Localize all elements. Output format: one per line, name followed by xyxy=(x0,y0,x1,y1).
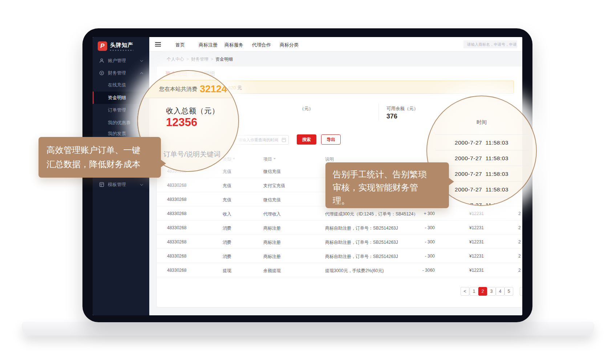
cell-type: 消费 xyxy=(223,254,231,260)
calendar-icon xyxy=(282,138,286,142)
nav-tab-category[interactable]: 商标分类 xyxy=(280,42,299,48)
cell-desc: 提现3000元，手续费2%(60元) xyxy=(325,268,384,274)
cell-type: 消费 xyxy=(223,239,231,246)
cell-time: 2 xyxy=(518,268,521,273)
tooltip-text: 理。 xyxy=(333,194,442,207)
tooltip-text: 高效管理账户订单、一键 xyxy=(46,143,153,157)
cell-amount: + 300 xyxy=(404,211,435,216)
column-header-desc: 说明 xyxy=(325,156,334,162)
column-header-type[interactable]: 类型 xyxy=(223,156,235,162)
hamburger-menu-icon[interactable] xyxy=(155,42,161,46)
cell-amount: - 300 xyxy=(404,254,435,259)
cell-balance: ¥12231 xyxy=(451,268,484,273)
cell-type: 充值 xyxy=(223,169,231,175)
logo-icon: P xyxy=(98,41,107,51)
cell-time: 2 xyxy=(518,225,521,230)
table-row[interactable]: 48330268 收入 代理收入 代理提成300元（ID:1245，订单号：SB… xyxy=(157,206,522,221)
pagination-page-button[interactable]: 1 xyxy=(470,287,478,296)
pagination-page-button-active[interactable]: 2 xyxy=(478,287,487,296)
sort-caret-icon xyxy=(233,158,235,161)
user-icon xyxy=(99,58,104,63)
breadcrumb-item[interactable]: 财务管理 xyxy=(191,57,208,62)
breadcrumb-item[interactable]: 个人中心 xyxy=(167,57,184,62)
cell-type: 充值 xyxy=(223,197,231,203)
cell-project: 商标注册 xyxy=(263,254,281,260)
nav-tab-service[interactable]: 商标服务 xyxy=(224,42,243,48)
stat-balance-label: 可用余额（元） xyxy=(386,106,418,112)
cell-project: 微信充值 xyxy=(263,169,281,175)
cell-project: 商标注册 xyxy=(263,239,281,246)
nav-tab-home[interactable]: 首页 xyxy=(175,42,185,48)
tooltip-text: 告别手工统计、告别繁琐 xyxy=(333,168,442,181)
pagination-page-button[interactable]: 3 xyxy=(487,287,496,296)
sidebar-item-templates[interactable]: 模板管理 xyxy=(93,179,149,190)
column-header-project[interactable]: 项目 xyxy=(263,156,276,162)
cell-type: 收入 xyxy=(223,211,231,217)
cell-time: 2 xyxy=(518,254,521,259)
sort-caret-icon xyxy=(273,158,276,161)
sidebar-item-account[interactable]: 账户管理 xyxy=(93,55,149,66)
search-button[interactable]: 搜索 xyxy=(297,134,316,145)
sidebar-item-label: 模板管理 xyxy=(108,182,126,188)
consumption-amount: 32124 xyxy=(200,84,227,95)
stat-income-value: 12356 xyxy=(166,116,197,129)
cell-amount: - 3060 xyxy=(404,268,435,273)
breadcrumb-separator: > xyxy=(186,57,189,62)
chevron-down-icon xyxy=(140,183,143,186)
cell-order-no: 48330268 xyxy=(167,197,186,202)
cell-project: 余额提现 xyxy=(263,268,281,274)
breadcrumb-separator: > xyxy=(211,57,213,62)
stat-balance-value: 376 xyxy=(386,113,397,120)
pagination-next-button[interactable] xyxy=(520,287,522,296)
cell-time: 2 xyxy=(518,211,521,216)
cell-project: 微信充值 xyxy=(263,197,281,203)
table-row[interactable]: 48330268 消费 商标注册 商标自助注册，订单号：SB2514263J -… xyxy=(157,249,522,263)
sidebar-item-label: 在线充值 xyxy=(108,82,126,88)
sidebar-item-recharge[interactable]: 在线充值 xyxy=(93,79,149,91)
nav-tab-register[interactable]: 商标注册 xyxy=(199,42,218,48)
logo-title: 头牌知产 xyxy=(110,42,133,49)
sidebar-item-finance[interactable]: 财务管理 xyxy=(93,67,149,79)
pagination-page-button[interactable]: 4 xyxy=(496,287,504,296)
tooltip-arrow xyxy=(449,178,454,186)
breadcrumb-current: 资金明细 xyxy=(215,57,233,62)
cell-project: 代理收入 xyxy=(263,211,281,217)
export-button[interactable]: 导出 xyxy=(321,134,341,145)
table-row[interactable]: 48330268 消费 商标注册 商标自助注册，订单号：SB2514263J -… xyxy=(157,235,522,249)
sidebar-item-label: 订单管理 xyxy=(108,107,126,113)
stat-income-label: 收入总额（元） xyxy=(166,106,219,116)
cell-order-no: 48330268 xyxy=(167,254,186,259)
cell-time: 2 xyxy=(518,239,521,244)
consumption-prefix: 您在本站共消费 xyxy=(159,86,197,93)
chevron-up-icon xyxy=(140,72,143,75)
nav-tab-agent[interactable]: 代理合作 xyxy=(252,42,271,48)
consumption-amount-fragment: 820 元 xyxy=(228,85,242,91)
chevron-down-icon xyxy=(140,59,143,62)
table-row[interactable]: 48330268 提现 余额提现 提现3000元，手续费2%(60元) - 30… xyxy=(157,263,522,277)
cell-type: 提现 xyxy=(223,268,231,274)
finance-icon xyxy=(99,70,104,76)
cell-order-no: 48330268 xyxy=(167,183,186,188)
template-icon xyxy=(99,182,104,187)
column-header-time: 时间 xyxy=(427,119,536,126)
cell-balance: ¥12231 xyxy=(451,211,484,216)
breadcrumb: 个人中心>财务管理>资金明细 xyxy=(167,56,233,62)
sidebar-item-label: 账户管理 xyxy=(108,58,126,64)
logo-text: 头牌知产 xyxy=(110,42,133,51)
laptop-base xyxy=(22,322,594,336)
stat-divider xyxy=(378,104,379,120)
cell-type: 充值 xyxy=(223,183,231,189)
tooltip-right: 告别手工统计、告别繁琐 审核，实现智能财务管 理。 xyxy=(325,162,449,208)
logo[interactable]: P 头牌知产 xyxy=(98,41,133,51)
pagination-prev-button[interactable]: < xyxy=(461,287,469,296)
cell-amount: - 300 xyxy=(404,225,435,230)
cell-balance: ¥12231 xyxy=(451,254,484,259)
date-query-input[interactable] xyxy=(235,135,289,145)
trademark-search-input[interactable] xyxy=(463,40,517,48)
cell-project: 商标注册 xyxy=(263,225,281,231)
pagination: < 1 2 3 4 5 xyxy=(157,287,522,296)
table-row[interactable]: 48330268 消费 商标注册 商标自助注册，订单号：SB2514263J -… xyxy=(157,221,522,235)
pagination-page-button[interactable]: 5 xyxy=(504,287,513,296)
cell-order-no: 48330268 xyxy=(167,211,186,216)
cell-amount: - 300 xyxy=(404,239,435,244)
